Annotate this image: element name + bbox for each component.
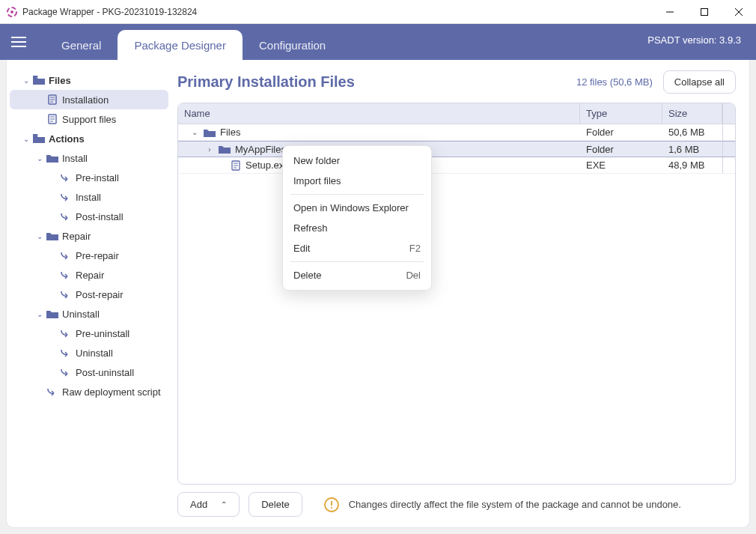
tab-configuration[interactable]: Configuration bbox=[243, 30, 342, 60]
ctx-new-folder[interactable]: New folder bbox=[283, 151, 431, 171]
sidebar-uninstall[interactable]: ⌄ Uninstall bbox=[10, 304, 168, 324]
menu-button[interactable] bbox=[0, 24, 37, 60]
sidebar-installation[interactable]: Installation bbox=[10, 90, 168, 109]
sidebar-repair-main[interactable]: Repair bbox=[10, 265, 168, 285]
psadt-version: PSADT version: 3.9.3 bbox=[647, 34, 741, 46]
sidebar-item-label: Post-uninstall bbox=[76, 367, 165, 378]
ctx-delete[interactable]: DeleteDel bbox=[283, 265, 431, 285]
arrow-icon bbox=[59, 290, 73, 299]
arrow-icon bbox=[59, 348, 73, 357]
sidebar-pre-repair[interactable]: Pre-repair bbox=[10, 246, 168, 265]
chevron-up-icon: ⌃ bbox=[221, 500, 227, 509]
arrow-icon bbox=[59, 329, 73, 338]
maximize-button[interactable] bbox=[687, 0, 722, 23]
ctx-import-files[interactable]: Import files bbox=[283, 171, 431, 191]
file-grid: Name Type Size ⌄Files Folder 50,6 MB ›My… bbox=[177, 103, 736, 485]
sidebar-uninstall-main[interactable]: Uninstall bbox=[10, 343, 168, 362]
chevron-down-icon: ⌄ bbox=[34, 154, 46, 163]
window-controls bbox=[653, 0, 756, 23]
sidebar-item-label: Repair bbox=[76, 270, 165, 281]
page-title: Primary Installation Files bbox=[177, 73, 576, 91]
row-type: EXE bbox=[580, 157, 662, 173]
warning-text: Changes directly affect the file system … bbox=[349, 499, 681, 510]
arrow-icon bbox=[59, 251, 73, 260]
collapse-all-button[interactable]: Collapse all bbox=[663, 70, 736, 94]
sidebar-item-label: Pre-uninstall bbox=[76, 328, 165, 339]
minimize-button[interactable] bbox=[653, 0, 687, 23]
sidebar-install[interactable]: ⌄ Install bbox=[10, 148, 168, 168]
sidebar-repair[interactable]: ⌄ Repair bbox=[10, 226, 168, 246]
main-header: Primary Installation Files 12 files (50,… bbox=[177, 70, 736, 94]
ctx-refresh[interactable]: Refresh bbox=[283, 218, 431, 238]
ctx-open-explorer[interactable]: Open in Windows Explorer bbox=[283, 198, 431, 218]
sidebar-item-label: Pre-install bbox=[76, 172, 165, 183]
sidebar-pre-install[interactable]: Pre-install bbox=[10, 168, 168, 187]
tab-general[interactable]: General bbox=[45, 30, 118, 60]
folder-icon bbox=[46, 231, 59, 240]
file-icon bbox=[231, 160, 241, 171]
sidebar-item-label: Files bbox=[49, 75, 165, 86]
col-type[interactable]: Type bbox=[580, 103, 662, 124]
sidebar-pre-uninstall[interactable]: Pre-uninstall bbox=[10, 324, 168, 343]
tab-package-designer[interactable]: Package Designer bbox=[118, 30, 243, 60]
col-end bbox=[722, 103, 735, 124]
sidebar-files[interactable]: ⌄ Files bbox=[10, 70, 168, 90]
sidebar-post-uninstall[interactable]: Post-uninstall bbox=[10, 362, 168, 382]
close-button[interactable] bbox=[722, 0, 756, 23]
sidebar-actions[interactable]: ⌄ Actions bbox=[10, 129, 168, 148]
sidebar-item-label: Install bbox=[62, 153, 165, 164]
row-size: 48,9 MB bbox=[662, 157, 722, 173]
svg-point-23 bbox=[331, 507, 332, 509]
warning-icon bbox=[323, 497, 340, 513]
chevron-down-icon: ⌄ bbox=[20, 76, 32, 85]
arrow-icon bbox=[59, 173, 73, 182]
sidebar-item-label: Install bbox=[76, 192, 165, 203]
chevron-down-icon: ⌄ bbox=[34, 232, 46, 240]
table-row[interactable]: ›MyAppFiles1 Folder 1,6 MB bbox=[178, 141, 735, 157]
sidebar: ⌄ Files Installation Support files ⌄ Act… bbox=[7, 60, 171, 527]
sidebar-item-label: Pre-repair bbox=[76, 250, 165, 261]
folder-icon bbox=[204, 128, 216, 137]
add-button[interactable]: Add⌃ bbox=[177, 492, 240, 517]
files-summary: 12 files (50,6 MB) bbox=[576, 76, 653, 88]
delete-button[interactable]: Delete bbox=[249, 492, 302, 517]
shortcut: Del bbox=[406, 270, 421, 281]
chevron-down-icon: ⌄ bbox=[20, 135, 32, 143]
sidebar-item-label: Post-install bbox=[76, 211, 165, 222]
sidebar-support-files[interactable]: Support files bbox=[10, 109, 168, 129]
arrow-icon bbox=[46, 387, 59, 396]
workspace: ⌄ Files Installation Support files ⌄ Act… bbox=[6, 60, 750, 528]
arrow-icon bbox=[59, 192, 73, 201]
footer: Add⌃ Delete Changes directly affect the … bbox=[177, 492, 736, 517]
sidebar-item-label: Uninstall bbox=[76, 348, 165, 359]
sidebar-post-install[interactable]: Post-install bbox=[10, 207, 168, 226]
svg-point-1 bbox=[10, 10, 13, 13]
folder-icon bbox=[219, 145, 231, 154]
grid-header: Name Type Size bbox=[178, 103, 735, 124]
main-toolbar: General Package Designer Configuration P… bbox=[0, 24, 756, 60]
separator bbox=[290, 194, 424, 195]
window-title: Package Wrapper - PKG-20231019-132824 bbox=[22, 7, 653, 17]
table-row[interactable]: Setup.exe EXE 48,9 MB bbox=[178, 157, 735, 174]
col-size[interactable]: Size bbox=[662, 103, 722, 124]
sidebar-post-repair[interactable]: Post-repair bbox=[10, 285, 168, 304]
sidebar-item-label: Repair bbox=[62, 231, 165, 242]
context-menu: New folder Import files Open in Windows … bbox=[282, 145, 432, 291]
ctx-edit[interactable]: EditF2 bbox=[283, 238, 431, 258]
document-icon bbox=[46, 114, 59, 124]
sidebar-install-main[interactable]: Install bbox=[10, 187, 168, 207]
folder-icon bbox=[46, 154, 59, 163]
chevron-down-icon: ⌄ bbox=[190, 128, 199, 136]
table-row[interactable]: ⌄Files Folder 50,6 MB bbox=[178, 124, 735, 141]
sidebar-item-label: Actions bbox=[49, 133, 165, 145]
row-size: 1,6 MB bbox=[662, 142, 722, 157]
row-type: Folder bbox=[580, 124, 662, 140]
col-name[interactable]: Name bbox=[178, 103, 580, 124]
document-icon bbox=[46, 94, 59, 105]
chevron-right-icon: › bbox=[205, 145, 214, 154]
sidebar-item-label: Installation bbox=[62, 94, 165, 106]
arrow-icon bbox=[59, 368, 73, 377]
sidebar-item-label: Raw deployment script bbox=[62, 386, 165, 398]
sidebar-raw-script[interactable]: Raw deployment script bbox=[10, 382, 168, 401]
folder-icon bbox=[32, 76, 46, 85]
